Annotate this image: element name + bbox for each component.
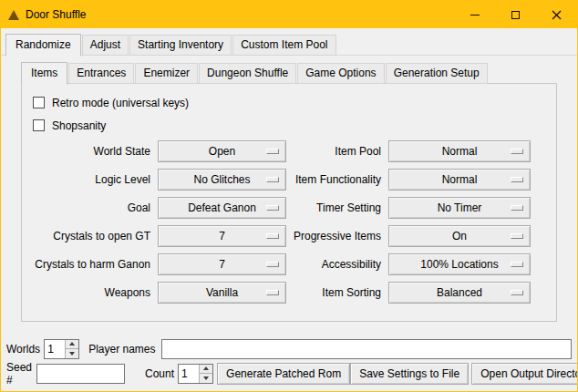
- spin-down-icon: [203, 377, 209, 380]
- count-input[interactable]: [179, 365, 199, 383]
- menu-indicator-icon: [266, 262, 279, 267]
- item-pool-dropdown[interactable]: Normal: [388, 140, 531, 162]
- option-row: Weapons Vanilla Item Sorting Balanced: [27, 278, 551, 306]
- seed-label: Seed #: [6, 361, 32, 387]
- retro-mode-row: Retro mode (universal keys): [33, 91, 551, 114]
- app-icon: [8, 10, 19, 20]
- tab-entrances[interactable]: Entrances: [68, 63, 134, 84]
- minimize-button[interactable]: [454, 1, 495, 28]
- crystals-open-gt-label: Crystals to open GT: [27, 230, 158, 242]
- item-pool-label: Item Pool: [286, 145, 388, 158]
- worlds-label: Worlds: [6, 343, 40, 356]
- menu-indicator-icon: [266, 205, 279, 211]
- worlds-spinbox: [44, 339, 79, 359]
- spin-up-icon: [69, 342, 75, 346]
- crystals-harm-ganon-dropdown[interactable]: 7: [158, 253, 286, 275]
- tab-generation-setup[interactable]: Generation Setup: [386, 63, 488, 84]
- outer-tabbar: Randomize Adjust Starting Inventory Cust…: [1, 28, 577, 56]
- item-functionality-label: Item Functionality: [286, 173, 388, 186]
- crystals-harm-ganon-label: Crystals to harm Ganon: [27, 258, 158, 271]
- option-row: World State Open Item Pool Normal: [27, 137, 551, 165]
- option-row: Crystals to open GT 7 Progressive Items …: [27, 222, 551, 250]
- tab-game-options[interactable]: Game Options: [297, 63, 384, 84]
- logic-level-dropdown[interactable]: No Glitches: [158, 169, 286, 191]
- titlebar: Door Shuffle: [1, 1, 577, 28]
- maximize-button[interactable]: [495, 1, 536, 28]
- item-sorting-value: Balanced: [437, 286, 482, 299]
- shopsanity-row: Shopsanity: [33, 114, 551, 137]
- close-button[interactable]: [536, 1, 577, 28]
- item-sorting-label: Item Sorting: [286, 286, 388, 299]
- seed-input[interactable]: [36, 364, 125, 384]
- count-spin-down-button[interactable]: [200, 373, 212, 383]
- worlds-input[interactable]: [45, 340, 65, 358]
- menu-indicator-icon: [511, 262, 523, 267]
- items-panel: Retro mode (universal keys) Shopsanity W…: [21, 83, 557, 322]
- progressive-items-value: On: [452, 230, 467, 242]
- weapons-dropdown[interactable]: Vanilla: [158, 282, 286, 304]
- timer-setting-label: Timer Setting: [286, 201, 388, 214]
- tab-adjust[interactable]: Adjust: [82, 35, 129, 56]
- item-functionality-dropdown[interactable]: Normal: [388, 169, 531, 191]
- accessibility-label: Accessibility: [286, 258, 388, 271]
- menu-indicator-icon: [266, 290, 279, 295]
- open-output-directory-button[interactable]: Open Output Directory: [471, 363, 578, 385]
- accessibility-dropdown[interactable]: 100% Locations: [388, 253, 531, 275]
- menu-indicator-icon: [266, 177, 279, 182]
- world-state-dropdown[interactable]: Open: [158, 140, 286, 162]
- weapons-value: Vanilla: [206, 286, 238, 299]
- item-sorting-dropdown[interactable]: Balanced: [388, 282, 531, 304]
- logic-level-label: Logic Level: [27, 173, 158, 186]
- menu-indicator-icon: [511, 205, 523, 211]
- weapons-label: Weapons: [27, 286, 158, 299]
- spin-up-icon: [203, 366, 209, 370]
- player-names-label: Player names: [88, 343, 155, 356]
- item-pool-value: Normal: [442, 145, 478, 158]
- menu-indicator-icon: [266, 233, 279, 239]
- window-controls: [454, 1, 577, 28]
- inner-tabbar: Items Entrances Enemizer Dungeon Shuffle…: [21, 62, 577, 84]
- generate-patched-rom-button[interactable]: Generate Patched Rom: [217, 363, 350, 385]
- item-functionality-value: Normal: [442, 173, 478, 186]
- shopsanity-checkbox[interactable]: [33, 119, 45, 131]
- accessibility-value: 100% Locations: [420, 258, 498, 271]
- count-spin-buttons: [199, 365, 212, 383]
- goal-value: Defeat Ganon: [188, 201, 256, 214]
- retro-mode-checkbox[interactable]: [33, 97, 45, 108]
- menu-indicator-icon: [511, 177, 523, 182]
- worlds-spin-buttons: [65, 340, 78, 358]
- count-spin-up-button[interactable]: [200, 365, 212, 374]
- tab-custom-item-pool[interactable]: Custom Item Pool: [232, 35, 335, 56]
- player-names-input[interactable]: [161, 339, 573, 359]
- menu-indicator-icon: [266, 149, 279, 154]
- retro-mode-label: Retro mode (universal keys): [52, 97, 189, 109]
- option-row: Crystals to harm Ganon 7 Accessibility 1…: [27, 250, 551, 278]
- minimize-icon: [470, 15, 480, 15]
- save-settings-button[interactable]: Save Settings to File: [350, 363, 469, 385]
- shopsanity-label: Shopsanity: [52, 119, 106, 132]
- spin-down-icon: [69, 352, 75, 356]
- window-title: Door Shuffle: [26, 8, 87, 21]
- option-row: Logic Level No Glitches Item Functionali…: [27, 165, 551, 193]
- goal-dropdown[interactable]: Defeat Ganon: [158, 197, 286, 219]
- tab-dungeon-shuffle[interactable]: Dungeon Shuffle: [199, 63, 296, 84]
- crystals-open-gt-dropdown[interactable]: 7: [158, 225, 286, 247]
- tab-randomize[interactable]: Randomize: [5, 34, 81, 57]
- timer-setting-value: No Timer: [438, 201, 482, 214]
- worlds-spin-up-button[interactable]: [66, 340, 78, 349]
- menu-indicator-icon: [511, 290, 523, 295]
- tab-enemizer[interactable]: Enemizer: [135, 63, 198, 84]
- count-spinbox: [178, 364, 213, 384]
- close-icon: [552, 10, 562, 20]
- tab-items[interactable]: Items: [21, 62, 67, 85]
- progressive-items-dropdown[interactable]: On: [388, 225, 531, 247]
- seed-row: Seed # Count Generate Patched Rom Save S…: [6, 362, 572, 385]
- timer-setting-dropdown[interactable]: No Timer: [388, 197, 531, 219]
- menu-indicator-icon: [511, 233, 523, 239]
- maximize-icon: [511, 11, 520, 19]
- menu-indicator-icon: [511, 149, 523, 154]
- tab-starting-inventory[interactable]: Starting Inventory: [129, 35, 232, 56]
- worlds-spin-down-button[interactable]: [66, 348, 78, 358]
- logic-level-value: No Glitches: [193, 173, 250, 186]
- crystals-open-gt-value: 7: [219, 230, 225, 242]
